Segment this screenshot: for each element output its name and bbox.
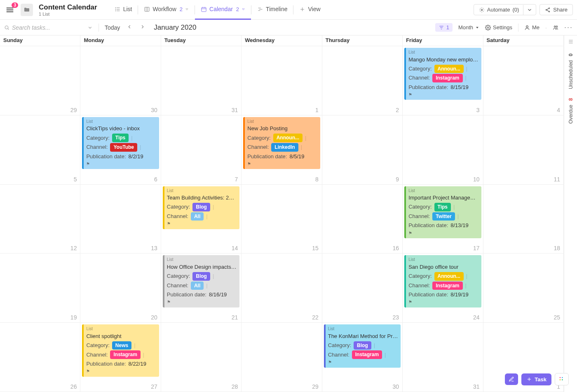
- overdue-tab[interactable]: Overdue 8: [568, 96, 574, 124]
- day-cell[interactable]: 7: [161, 115, 242, 185]
- day-cell[interactable]: 31: [403, 323, 483, 392]
- day-number: 25: [554, 314, 560, 321]
- event-card[interactable]: ListMango Monday new employee spotlightC…: [404, 48, 481, 100]
- chevron-down-icon[interactable]: [87, 25, 93, 31]
- event-card[interactable]: ListTeam Building Activities: 25 Exercis…: [163, 186, 239, 229]
- page-title: Content Calendar: [39, 3, 97, 12]
- calendar-grid: SundayMondayTuesdayWednesdayThursdayFrid…: [0, 35, 564, 392]
- day-number: 7: [235, 176, 238, 183]
- day-cell[interactable]: 16: [322, 185, 403, 254]
- day-cell[interactable]: ListNew Job PostingCategory:Announ...|Ch…: [242, 115, 322, 185]
- day-cell[interactable]: 31: [161, 46, 242, 115]
- prev-month-button[interactable]: [126, 23, 133, 32]
- tab-list[interactable]: List: [109, 0, 138, 20]
- me-filter[interactable]: Me: [524, 24, 539, 31]
- apps-button[interactable]: [555, 373, 569, 385]
- notification-badge: 3: [12, 2, 18, 8]
- day-number: 27: [151, 383, 157, 390]
- range-selector[interactable]: Month: [458, 24, 479, 31]
- day-cell[interactable]: 1: [242, 46, 322, 115]
- svg-marker-34: [476, 27, 478, 28]
- day-cell[interactable]: ListMango Monday new employee spotlightC…: [403, 46, 483, 115]
- day-cell[interactable]: ListThe KonMari Method for ProjectCatego…: [322, 323, 403, 392]
- search-input[interactable]: [12, 24, 85, 31]
- day-number: 29: [70, 107, 77, 113]
- automate-count: (0): [512, 7, 519, 13]
- day-cell[interactable]: 9: [322, 115, 403, 185]
- day-cell[interactable]: 29: [242, 323, 322, 392]
- svg-point-47: [562, 379, 563, 380]
- day-cell[interactable]: 15: [242, 185, 322, 254]
- day-header: Saturday: [483, 35, 564, 46]
- right-rail: Unscheduled 0 Overdue 8: [564, 35, 577, 392]
- day-cell[interactable]: 13: [80, 185, 161, 254]
- day-cell[interactable]: ListTeam Building Activities: 25 Exercis…: [161, 185, 242, 254]
- quick-note-button[interactable]: [505, 373, 518, 385]
- day-number: 18: [554, 245, 560, 251]
- event-card[interactable]: ListClickTips video - inboxCategory:Tips…: [82, 117, 159, 169]
- day-cell[interactable]: 10: [403, 115, 483, 185]
- day-number: 30: [393, 383, 399, 390]
- folder-icon[interactable]: [21, 4, 33, 16]
- day-cell[interactable]: 23: [322, 254, 403, 323]
- svg-point-37: [554, 26, 556, 27]
- page-subtitle: 1 List: [39, 12, 97, 16]
- day-cell[interactable]: ListImportant Project ManagementCategory…: [403, 185, 483, 254]
- svg-marker-12: [186, 9, 188, 10]
- day-number: 4: [557, 107, 560, 113]
- day-number: 16: [393, 245, 399, 251]
- day-cell[interactable]: 19: [0, 254, 80, 323]
- day-cell[interactable]: 2: [322, 46, 403, 115]
- search-box[interactable]: [4, 24, 93, 31]
- assignees-filter[interactable]: [553, 25, 558, 31]
- tab-view[interactable]: View: [293, 0, 326, 20]
- day-cell[interactable]: 18: [483, 185, 564, 254]
- day-cell[interactable]: 30: [80, 46, 161, 115]
- day-number: 24: [473, 314, 480, 321]
- day-cell[interactable]: ListClient spotlightCategory:News|Channe…: [80, 323, 161, 392]
- today-button[interactable]: Today: [105, 24, 120, 31]
- next-month-button[interactable]: [139, 23, 146, 32]
- day-cell[interactable]: ListClickTips video - inboxCategory:Tips…: [80, 115, 161, 185]
- svg-point-26: [549, 11, 550, 12]
- day-number: 6: [154, 176, 157, 183]
- more-button[interactable]: ···: [564, 23, 573, 32]
- tab-timeline[interactable]: Timeline: [251, 0, 293, 20]
- event-card[interactable]: ListHow Office Design impacts Productivi…: [163, 255, 239, 307]
- tab-workflow[interactable]: Workflow2: [138, 0, 195, 20]
- new-task-button[interactable]: Task: [521, 373, 551, 385]
- event-card[interactable]: ListThe KonMari Method for ProjectCatego…: [324, 324, 401, 367]
- day-number: 14: [232, 245, 238, 251]
- event-card[interactable]: ListSan Diego office tourCategory:Announ…: [404, 255, 481, 307]
- menu-button[interactable]: 3: [4, 4, 16, 16]
- automate-button[interactable]: Automate (0): [474, 4, 537, 15]
- filter-button[interactable]: 1: [435, 23, 453, 32]
- day-cell[interactable]: 5: [0, 115, 80, 185]
- day-number: 22: [312, 314, 319, 321]
- day-cell[interactable]: ListSan Diego office tourCategory:Announ…: [403, 254, 483, 323]
- list-toggle-icon[interactable]: [568, 39, 574, 45]
- event-card[interactable]: ListImportant Project ManagementCategory…: [404, 186, 481, 238]
- day-cell[interactable]: 12: [0, 185, 80, 254]
- event-card[interactable]: ListNew Job PostingCategory:Announ...|Ch…: [243, 117, 320, 169]
- day-cell[interactable]: 25: [483, 254, 564, 323]
- day-cell[interactable]: 28: [161, 323, 242, 392]
- svg-point-24: [549, 7, 550, 8]
- settings-button[interactable]: Settings: [485, 24, 512, 31]
- share-button[interactable]: Share: [539, 4, 573, 15]
- day-header: Wednesday: [242, 35, 322, 46]
- day-number: 13: [151, 245, 157, 251]
- day-cell[interactable]: ListHow Office Design impacts Productivi…: [161, 254, 242, 323]
- event-card[interactable]: ListClient spotlightCategory:News|Channe…: [82, 324, 159, 376]
- view-tabs: ListWorkflow2Calendar2TimelineView: [109, 0, 326, 20]
- day-cell[interactable]: 26: [0, 323, 80, 392]
- day-cell[interactable]: 22: [242, 254, 322, 323]
- day-cell[interactable]: 11: [483, 115, 564, 185]
- automate-chevron[interactable]: [523, 5, 536, 15]
- tab-calendar[interactable]: Calendar2: [195, 0, 251, 20]
- day-cell[interactable]: 20: [80, 254, 161, 323]
- unscheduled-tab[interactable]: Unscheduled 0: [568, 52, 574, 89]
- day-number: 23: [393, 314, 399, 321]
- day-cell[interactable]: 4: [483, 46, 564, 115]
- day-cell[interactable]: 29: [0, 46, 80, 115]
